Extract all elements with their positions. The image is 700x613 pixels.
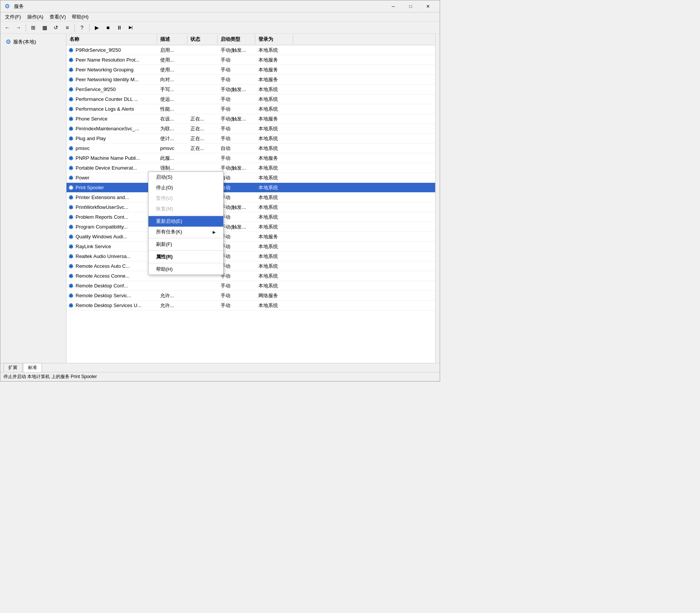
window-title: 服务	[14, 3, 385, 10]
menu-file[interactable]: 文件(F)	[2, 13, 24, 21]
table-row[interactable]: Remote Access Auto C... 手动 本地系统	[66, 261, 440, 271]
service-status	[187, 59, 218, 61]
service-status	[187, 79, 218, 81]
service-status: 正在...	[187, 134, 218, 143]
context-menu-item-8[interactable]: 帮助(H)	[148, 264, 223, 275]
start-service-button[interactable]: ▶	[91, 23, 102, 32]
back-button[interactable]: ←	[2, 23, 12, 32]
context-menu-item-5[interactable]: 所有任务(K)▶	[148, 227, 223, 237]
service-name-cell: Remote Access Conne...	[66, 272, 157, 280]
table-row[interactable]: PrintWorkflowUserSvc... 手动(触发... 本地系统	[66, 202, 440, 212]
menu-help[interactable]: 帮助(H)	[69, 13, 91, 21]
table-row[interactable]: Print Spooler 自动 本地系统	[66, 183, 440, 193]
col-header-name[interactable]: 名称	[66, 34, 157, 44]
table-row[interactable]: Peer Networking Identity M... 向对... 手动 本…	[66, 75, 440, 85]
ctx-label: 启动(S)	[156, 174, 172, 181]
table-row[interactable]: Quality Windows Audi... 手动 本地服务	[66, 232, 440, 242]
table-row[interactable]: RayLink Service 手动 本地系统	[66, 242, 440, 252]
context-menu-item-1[interactable]: 停止(O)	[148, 182, 223, 193]
table-row[interactable]: Peer Name Resolution Prot... 使用... 手动 本地…	[66, 55, 440, 65]
forward-button[interactable]: →	[13, 23, 24, 32]
close-button[interactable]: ✕	[419, 0, 437, 12]
table-row[interactable]: PenService_9f250 手写... 手动(触发... 本地系统	[66, 85, 440, 94]
table-row[interactable]: PimIndexMaintenanceSvc_... 为联... 正在... 手…	[66, 124, 440, 134]
service-icon	[68, 136, 74, 142]
service-status: 正在...	[187, 144, 218, 153]
service-logon: 本地系统	[255, 134, 293, 143]
table-row[interactable]: Peer Networking Grouping 使用... 手动 本地服务	[66, 65, 440, 75]
service-name-cell: Remote Desktop Conf...	[66, 282, 157, 290]
minimize-button[interactable]: ─	[385, 0, 402, 12]
tab-expand[interactable]: 扩展	[3, 363, 22, 372]
service-icon	[68, 57, 74, 63]
sidebar-item-services[interactable]: ⚙ 服务(本地)	[3, 37, 39, 47]
table-row[interactable]: Remote Desktop Conf... 手动 本地系统	[66, 281, 440, 291]
service-startup: 手动	[218, 56, 255, 65]
services-icon: ⚙	[6, 38, 11, 45]
table-row[interactable]: P9RdrService_9f250 启用... 手动(触发... 本地系统	[66, 45, 440, 55]
service-name-cell: Problem Reports Cont...	[66, 213, 157, 221]
service-name-cell: PNRP Machine Name Publi...	[66, 154, 157, 162]
pause-service-button[interactable]: ⏸	[114, 23, 125, 32]
table-row[interactable]: Program Compatibility... 手动(触发... 本地系统	[66, 222, 440, 232]
table-row[interactable]: PNRP Machine Name Publi... 此服... 手动 本地服务	[66, 153, 440, 163]
stop-service-button[interactable]: ■	[103, 23, 113, 32]
table-row[interactable]: Power 管理... 正在... 自动 本地系统	[66, 173, 440, 183]
service-icon	[68, 165, 74, 171]
table-row[interactable]: Performance Logs & Alerts 性能... 手动 本地系统	[66, 104, 440, 114]
service-status	[187, 98, 218, 100]
app-icon: ⚙	[3, 3, 11, 10]
context-menu-separator	[148, 250, 223, 251]
table-row[interactable]: Portable Device Enumerat... 强制... 手动(触发.…	[66, 163, 440, 173]
service-icon	[68, 86, 74, 93]
service-desc: 手写...	[157, 85, 187, 94]
col-header-status[interactable]: 状态	[187, 34, 218, 44]
service-name-cell: Performance Counter DLL ...	[66, 95, 157, 103]
table-row[interactable]: Printer Extensions and... 手动 本地系统	[66, 193, 440, 202]
col-header-startup[interactable]: 启动类型	[218, 34, 255, 44]
help-button[interactable]: ?	[77, 23, 87, 32]
service-status	[187, 167, 218, 169]
menu-action[interactable]: 操作(A)	[24, 13, 46, 21]
table-row[interactable]: Remote Access Conne... 手动 本地系统	[66, 271, 440, 281]
table-row[interactable]: Performance Counter DLL ... 使远... 手动 本地系…	[66, 94, 440, 104]
table-row[interactable]: Remote Desktop Services U... 允许... 手动 本地…	[66, 301, 440, 310]
tab-standard[interactable]: 标准	[23, 363, 42, 372]
table-row[interactable]: Realtek Audio Universa... 手动 本地系统	[66, 252, 440, 261]
service-name-cell: Phone Service	[66, 115, 157, 123]
table-row[interactable]: Remote Desktop Servic... 允许... 手动 网络服务	[66, 291, 440, 301]
table-row[interactable]: Phone Service 在设... 正在... 手动(触发... 本地服务	[66, 114, 440, 124]
service-name-cell: PrintWorkflowUserSvc...	[66, 203, 157, 212]
context-menu-item-6[interactable]: 刷新(F)	[148, 239, 223, 250]
scrollbar[interactable]	[435, 34, 440, 363]
show-extended-view-button[interactable]: ▦	[39, 23, 50, 32]
restart-service-button[interactable]: ▶|	[125, 23, 136, 32]
service-startup: 手动	[218, 281, 255, 290]
service-name-cell: Quality Windows Audi...	[66, 233, 157, 241]
maximize-button[interactable]: □	[402, 0, 419, 12]
service-status	[187, 157, 218, 159]
menu-view[interactable]: 查看(V)	[46, 13, 69, 21]
service-name-cell: Portable Device Enumerat...	[66, 164, 157, 172]
refresh-button[interactable]: ↺	[51, 23, 61, 32]
show-standard-view-button[interactable]: ⊞	[28, 23, 39, 32]
context-menu-item-4[interactable]: 重新启动(E)	[148, 216, 223, 227]
service-logon: 本地系统	[255, 301, 293, 310]
table-row[interactable]: Plug and Play 使计... 正在... 手动 本地系统	[66, 134, 440, 144]
service-name: Plug and Play	[76, 136, 106, 141]
table-row[interactable]: pmsvc pmsvc 正在... 自动 本地系统	[66, 144, 440, 153]
context-menu-item-7[interactable]: 属性(R)	[148, 252, 223, 262]
service-icon	[68, 224, 74, 230]
service-logon: 本地系统	[255, 252, 293, 261]
export-list-button[interactable]: ≡	[62, 23, 73, 32]
service-logon: 本地系统	[255, 85, 293, 94]
service-logon: 本地服务	[255, 65, 293, 74]
context-menu-item-0[interactable]: 启动(S)	[148, 172, 223, 182]
col-header-logon[interactable]: 登录为	[255, 34, 293, 44]
table-row[interactable]: Problem Reports Cont... 手动 本地系统	[66, 212, 440, 222]
service-startup: 手动	[218, 65, 255, 74]
col-header-desc[interactable]: 描述	[157, 34, 187, 44]
service-name-cell: Performance Logs & Alerts	[66, 105, 157, 113]
service-icon	[68, 303, 74, 309]
ctx-label: 刷新(F)	[156, 241, 172, 248]
